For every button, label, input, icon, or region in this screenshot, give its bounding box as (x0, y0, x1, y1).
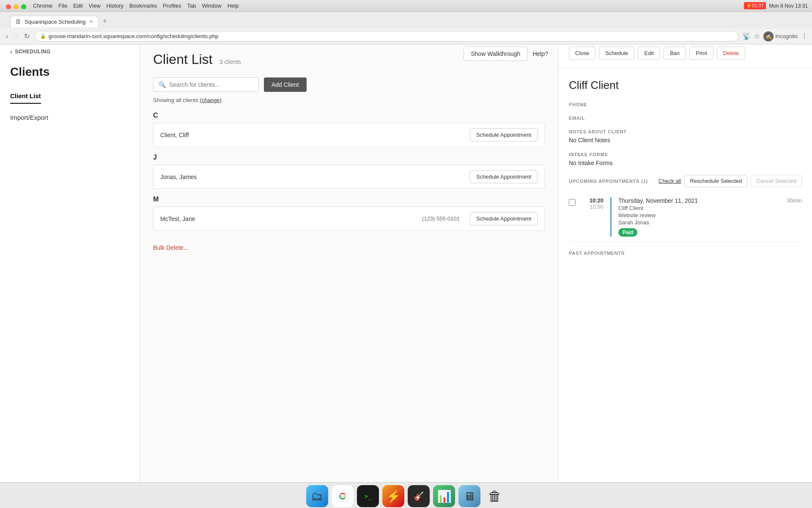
schedule-appointment-button[interactable]: Schedule Appointment (470, 170, 538, 183)
minimize-traffic-light[interactable] (14, 4, 19, 9)
table-row: Jonas, James Schedule Appointment (153, 165, 545, 189)
clock: Mon 8 Nov 13:31 (769, 3, 808, 9)
notes-label: NOTES ABOUT CLIENT (569, 129, 802, 134)
showing-text: Showing all clients (change) (153, 97, 545, 103)
delete-button[interactable]: Delete (717, 47, 746, 60)
bookmark-icon[interactable]: ☆ (754, 32, 760, 40)
tab-bar: 🗓 Squarespace Scheduling ✕ + (0, 12, 812, 28)
traffic-lights[interactable] (4, 3, 26, 9)
search-input[interactable] (169, 81, 253, 88)
appointment-time: 10:20 10:50 (582, 197, 604, 210)
battery-indicator: ⚡01:37 (744, 2, 766, 9)
menu-help[interactable]: Help (228, 3, 239, 9)
schedule-button[interactable]: Schedule (599, 47, 634, 60)
casting-icon[interactable]: 📡 (742, 32, 751, 40)
email-section: EMAIL (569, 116, 802, 121)
ssl-icon: 🔒 (40, 33, 46, 39)
appointment-client: Cliff Client (618, 205, 780, 211)
search-row: 🔍 Add Client (153, 77, 545, 92)
table-row: Client, Cliff Schedule Appointment (153, 123, 545, 147)
reschedule-selected-button[interactable]: Reschedule Selected (684, 175, 747, 187)
menu-file[interactable]: File (58, 3, 67, 9)
sidebar-back-button[interactable]: ‹ SCHEDULING (0, 48, 139, 62)
client-name: Client, Cliff (160, 132, 463, 138)
menu-view[interactable]: View (89, 3, 101, 9)
cancel-selected-button: Cancel Selected (751, 175, 802, 187)
dock-terminal[interactable]: >_ (357, 485, 379, 507)
mac-os-bar: Chrome File Edit View History Bookmarks … (0, 0, 812, 12)
browser-icons: 📡 ☆ 🕵 Incognito ⋮ (742, 31, 808, 41)
search-box[interactable]: 🔍 (153, 77, 259, 92)
client-name: Jonas, James (160, 174, 463, 180)
schedule-appointment-button[interactable]: Schedule Appointment (470, 128, 538, 141)
browser-nav: ‹ › ↻ 🔒 grouse-mandarin-sxnl.squarespace… (0, 28, 812, 44)
tab-title: Squarespace Scheduling (25, 19, 86, 25)
menu-profiles[interactable]: Profiles (163, 3, 181, 9)
section-letter-c: C (153, 112, 545, 119)
help-button[interactable]: Help? (532, 50, 548, 57)
dock-trash[interactable]: 🗑 (484, 485, 506, 507)
tab-close-button[interactable]: ✕ (89, 19, 93, 25)
active-tab[interactable]: 🗓 Squarespace Scheduling ✕ (10, 16, 99, 28)
appointment-checkbox[interactable] (569, 199, 576, 206)
appointment-end-time: 10:50 (582, 204, 604, 210)
dock-app4[interactable]: 🖥 (458, 485, 480, 507)
sidebar-item-import-export[interactable]: Import/Export (10, 110, 129, 124)
incognito-avatar: 🕵 (763, 31, 774, 41)
maximize-traffic-light[interactable] (21, 4, 26, 9)
dock: 🗂 >_ ⚡ 🎸 📊 🖥 🗑 (0, 482, 812, 508)
intake-value: No Intake Forms (569, 160, 802, 166)
upcoming-label: UPCOMING APPOINTMENTS (1) (569, 179, 648, 184)
address-bar[interactable]: 🔒 grouse-mandarin-sxnl.squarespace.com/c… (35, 31, 739, 41)
page-title: Client List (153, 52, 213, 67)
menu-chrome[interactable]: Chrome (33, 3, 52, 9)
chrome-menu-icon[interactable]: ⋮ (801, 32, 808, 40)
reload-button[interactable]: ↻ (22, 31, 31, 41)
sidebar-item-client-list[interactable]: Client List (10, 89, 41, 104)
schedule-appointment-button[interactable]: Schedule Appointment (470, 212, 538, 225)
dock-app3[interactable]: 📊 (433, 485, 455, 507)
incognito-label: Incognito (775, 33, 798, 39)
client-phone: (123) 555-0101 (422, 215, 460, 222)
dock-app2[interactable]: 🎸 (408, 485, 430, 507)
bulk-delete-link[interactable]: Bulk Delete... (153, 244, 188, 251)
sidebar-section-title: Clients (0, 62, 139, 89)
right-panel: Close Schedule Edit Ban Print Delete Cli… (558, 38, 812, 508)
dock-chrome[interactable] (332, 485, 354, 507)
new-tab-button[interactable]: + (100, 14, 110, 28)
appointment-provider: Sarah Jonas (618, 219, 780, 226)
menu-history[interactable]: History (107, 3, 123, 9)
appointment-bar (610, 197, 612, 237)
table-row: McTest, Jane (123) 555-0101 Schedule App… (153, 207, 545, 231)
edit-button[interactable]: Edit (638, 47, 660, 60)
menu-edit[interactable]: Edit (73, 3, 82, 9)
appointment-service: Website review (618, 212, 780, 218)
right-panel-content: Cliff Client PHONE EMAIL NOTES ABOUT CLI… (559, 69, 812, 266)
ban-button[interactable]: Ban (664, 47, 686, 60)
phone-label: PHONE (569, 102, 802, 107)
svg-point-3 (341, 494, 344, 498)
menu-bookmarks[interactable]: Bookmarks (129, 3, 157, 9)
menu-tab[interactable]: Tab (187, 3, 196, 9)
dock-finder[interactable]: 🗂 (306, 485, 328, 507)
appointment-details: Thursday, November 11, 2021 Cliff Client… (618, 197, 780, 237)
upcoming-header: UPCOMING APPOINTMENTS (1) Check all Resc… (569, 175, 802, 187)
forward-button[interactable]: › (13, 32, 19, 41)
notes-section: NOTES ABOUT CLIENT No Client Notes (569, 129, 802, 144)
close-button[interactable]: Close (569, 47, 595, 60)
client-name: McTest, Jane (160, 215, 415, 222)
change-filter-link[interactable]: (change) (200, 97, 222, 103)
show-walkthrough-button[interactable]: Show Walkthrough (464, 47, 527, 61)
close-traffic-light[interactable] (6, 4, 11, 9)
menu-window[interactable]: Window (202, 3, 221, 9)
back-button[interactable]: ‹ (4, 32, 10, 41)
add-client-button[interactable]: Add Client (264, 77, 307, 92)
browser-chrome: 🗓 Squarespace Scheduling ✕ + ‹ › ↻ 🔒 gro… (0, 12, 812, 44)
dock-app1[interactable]: ⚡ (382, 485, 404, 507)
print-button[interactable]: Print (689, 47, 713, 60)
tab-favicon: 🗓 (16, 19, 21, 25)
search-icon: 🔍 (159, 81, 166, 88)
appointment-duration: 30min (787, 197, 802, 204)
check-all-button[interactable]: Check all (658, 178, 681, 184)
paid-badge: Paid (618, 228, 637, 237)
